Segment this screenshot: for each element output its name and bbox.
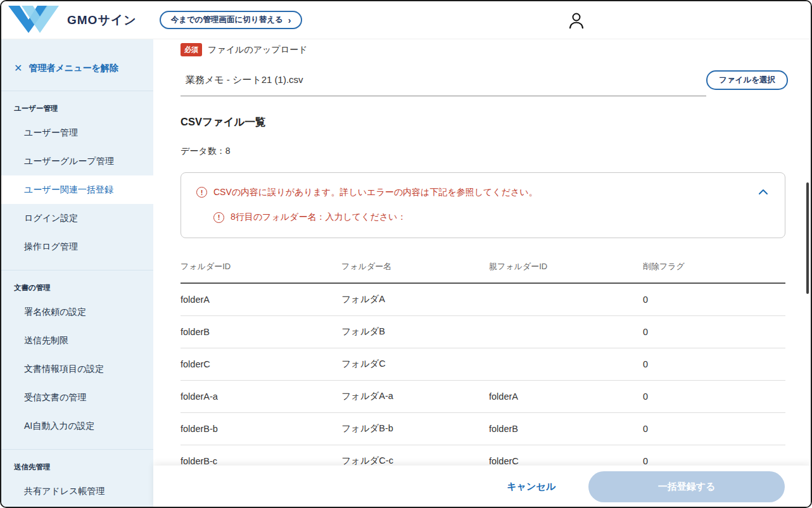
cell-folder-name: フォルダA bbox=[341, 283, 489, 316]
cell-delete-flag: 0 bbox=[643, 348, 785, 381]
user-account-icon[interactable] bbox=[568, 11, 585, 30]
error-panel: ! CSVの内容に誤りがあります。詳しいエラーの内容は下記を参照してください。 … bbox=[181, 172, 785, 238]
sidebar-section-document-management: 文書の管理 署名依頼の設定 送信先制限 文書情報項目の設定 受信文書の管理 AI… bbox=[1, 270, 153, 440]
table-row: folderB-c フォルダC-c folderC 0 bbox=[181, 445, 785, 466]
data-count: データ数：8 bbox=[181, 146, 785, 157]
sidebar-item-user-management[interactable]: ユーザー管理 bbox=[1, 118, 153, 147]
cancel-button[interactable]: キャンセル bbox=[507, 481, 555, 493]
chevron-up-icon bbox=[758, 189, 768, 195]
cell-delete-flag: 0 bbox=[643, 445, 785, 466]
sidebar-item-destination-restriction[interactable]: 送信先制限 bbox=[1, 326, 153, 355]
sidebar-item-operation-log[interactable]: 操作ログ管理 bbox=[1, 232, 153, 261]
table-header-folder-name: フォルダー名 bbox=[341, 255, 489, 283]
cell-folder-name: フォルダB bbox=[341, 316, 489, 348]
selected-file-name: 業務メモ - シート21 (1).csv bbox=[181, 69, 706, 96]
cell-parent-folder-id bbox=[489, 316, 643, 348]
table-row: folderC フォルダC 0 bbox=[181, 348, 785, 381]
table-row: folderB フォルダB 0 bbox=[181, 316, 785, 348]
cell-folder-id: folderA bbox=[181, 283, 341, 316]
switch-admin-screen-button[interactable]: 今までの管理画面に切り替える › bbox=[160, 11, 303, 29]
cell-folder-id: folderC bbox=[181, 348, 341, 381]
table-row: folderA-a フォルダA-a folderA 0 bbox=[181, 381, 785, 413]
cell-folder-id: folderB-b bbox=[181, 413, 341, 445]
cell-delete-flag: 0 bbox=[643, 283, 785, 316]
sidebar-item-user-bulk-register[interactable]: ユーザー関連一括登録 bbox=[1, 175, 153, 204]
table-header-folder-id: フォルダーID bbox=[181, 255, 341, 283]
csv-table: フォルダーID フォルダー名 親フォルダーID 削除フラグ folderA フォ… bbox=[181, 255, 785, 466]
cell-parent-folder-id bbox=[489, 283, 643, 316]
table-row: folderB-b フォルダB-b folderB 0 bbox=[181, 413, 785, 445]
sidebar-item-user-group-management[interactable]: ユーザーグループ管理 bbox=[1, 147, 153, 175]
sidebar-section-label: 文書の管理 bbox=[1, 283, 153, 293]
cell-delete-flag: 0 bbox=[643, 316, 785, 348]
error-summary-text: CSVの内容に誤りがあります。詳しいエラーの内容は下記を参照してください。 bbox=[213, 187, 538, 198]
file-upload-row: 業務メモ - シート21 (1).csv ファイルを選択 bbox=[181, 69, 785, 96]
cell-folder-id: folderA-a bbox=[181, 381, 341, 413]
app-window: GMOサイン 今までの管理画面に切り替える › ✕ 管理者メニューを解除 ユーザ… bbox=[0, 0, 812, 508]
brand: GMOサイン bbox=[8, 5, 137, 35]
cell-folder-name: フォルダA-a bbox=[341, 381, 489, 413]
cell-folder-name: フォルダC bbox=[341, 348, 489, 381]
cell-parent-folder-id: folderA bbox=[489, 381, 643, 413]
collapse-errors-button[interactable] bbox=[756, 186, 771, 198]
warning-icon: ! bbox=[196, 187, 207, 198]
chevron-right-icon: › bbox=[288, 15, 291, 25]
table-header-delete-flag: 削除フラグ bbox=[643, 255, 785, 283]
vertical-scrollbar[interactable] bbox=[806, 182, 809, 294]
close-icon: ✕ bbox=[14, 62, 22, 74]
sidebar-section-label: ユーザー管理 bbox=[1, 104, 153, 113]
main-content: 必須 ファイルのアップロード 業務メモ - シート21 (1).csv ファイル… bbox=[153, 39, 811, 508]
close-admin-menu-label: 管理者メニューを解除 bbox=[29, 63, 118, 74]
table-header-row: フォルダーID フォルダー名 親フォルダーID 削除フラグ bbox=[181, 255, 785, 283]
sidebar-section-label: 送信先管理 bbox=[1, 462, 153, 472]
cell-delete-flag: 0 bbox=[643, 381, 785, 413]
sidebar: ✕ 管理者メニューを解除 ユーザー管理 ユーザー管理 ユーザーグループ管理 ユー… bbox=[1, 39, 153, 508]
sidebar-item-document-info-settings[interactable]: 文書情報項目の設定 bbox=[1, 355, 153, 383]
close-admin-menu-button[interactable]: ✕ 管理者メニューを解除 bbox=[1, 39, 153, 91]
sidebar-item-shared-address-book[interactable]: 共有アドレス帳管理 bbox=[1, 477, 153, 505]
sidebar-item-login-settings[interactable]: ログイン設定 bbox=[1, 204, 153, 232]
csv-list-title: CSVファイル一覧 bbox=[181, 115, 785, 129]
cell-folder-name: フォルダB-b bbox=[341, 413, 489, 445]
warning-icon: ! bbox=[213, 212, 224, 223]
bulk-register-button[interactable]: 一括登録する bbox=[588, 471, 785, 502]
file-select-button[interactable]: ファイルを選択 bbox=[706, 70, 788, 90]
upload-label: ファイルのアップロード bbox=[208, 44, 307, 56]
sidebar-item-received-documents[interactable]: 受信文書の管理 bbox=[1, 383, 153, 412]
brand-text: GMOサイン bbox=[67, 12, 137, 29]
table-header-parent-folder-id: 親フォルダーID bbox=[489, 255, 643, 283]
action-footer: キャンセル 一括登録する bbox=[153, 466, 811, 508]
sidebar-item-ai-autofill-settings[interactable]: AI自動入力の設定 bbox=[1, 412, 153, 440]
cell-delete-flag: 0 bbox=[643, 413, 785, 445]
switch-admin-screen-label: 今までの管理画面に切り替える bbox=[171, 15, 283, 25]
table-row: folderA フォルダA 0 bbox=[181, 283, 785, 316]
cell-parent-folder-id: folderC bbox=[489, 445, 643, 466]
cell-parent-folder-id bbox=[489, 348, 643, 381]
error-summary-row: ! CSVの内容に誤りがあります。詳しいエラーの内容は下記を参照してください。 bbox=[196, 186, 771, 198]
cell-folder-name: フォルダC-c bbox=[341, 445, 489, 466]
error-detail-text: 8行目のフォルダー名：入力してください： bbox=[231, 212, 406, 223]
cell-folder-id: folderB-c bbox=[181, 445, 341, 466]
brand-logo-icon bbox=[8, 5, 60, 35]
cell-parent-folder-id: folderB bbox=[489, 413, 643, 445]
cell-folder-id: folderB bbox=[181, 316, 341, 348]
sidebar-item-signature-request-settings[interactable]: 署名依頼の設定 bbox=[1, 298, 153, 326]
error-detail-row: ! 8行目のフォルダー名：入力してください： bbox=[196, 212, 771, 223]
required-badge: 必須 bbox=[181, 43, 202, 56]
top-header: GMOサイン 今までの管理画面に切り替える › bbox=[1, 1, 811, 39]
upload-label-row: 必須 ファイルのアップロード bbox=[181, 43, 785, 56]
sidebar-section-user-management: ユーザー管理 ユーザー管理 ユーザーグループ管理 ユーザー関連一括登録 ログイン… bbox=[1, 91, 153, 261]
sidebar-section-destination-management: 送信先管理 共有アドレス帳管理 bbox=[1, 449, 153, 505]
